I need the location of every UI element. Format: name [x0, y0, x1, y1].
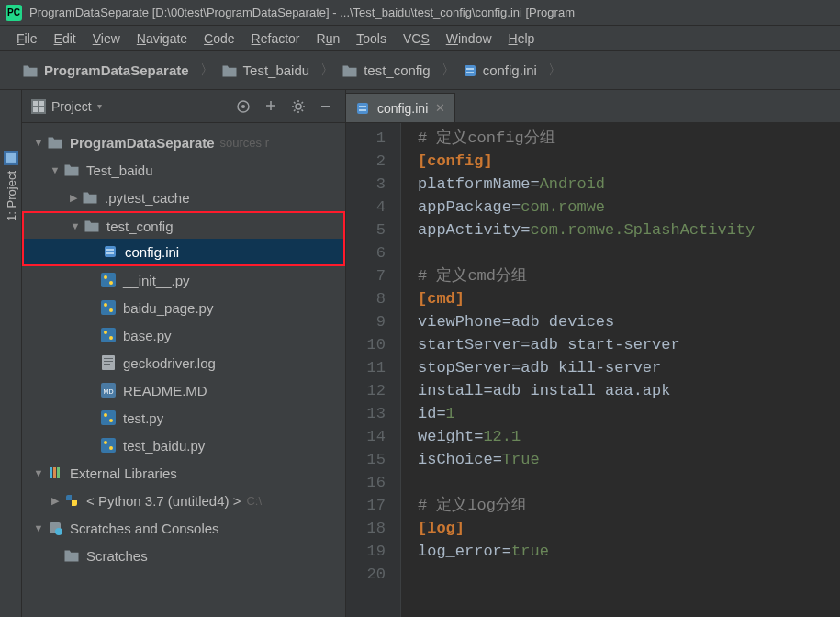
- code-text: [cmd]: [418, 290, 465, 308]
- tree-scratches-sub[interactable]: · Scratches: [22, 542, 345, 569]
- python-file-icon: [99, 272, 118, 288]
- line-num: 17: [346, 494, 386, 517]
- expand-arrow-icon[interactable]: ▼: [31, 522, 46, 533]
- text-file-icon: [99, 354, 118, 371]
- expand-arrow-icon[interactable]: ▼: [48, 164, 62, 175]
- code-text: com.romwe: [521, 198, 605, 216]
- menu-tools[interactable]: Tools: [349, 29, 394, 48]
- tree-external-libraries[interactable]: ▼ External Libraries: [22, 459, 345, 487]
- python-file-icon: [99, 327, 118, 343]
- tree-geckodriver[interactable]: · geckodriver.log: [22, 349, 345, 376]
- crumb-root[interactable]: ProgramDataSeparate 〉: [18, 62, 218, 79]
- svg-rect-20: [101, 300, 116, 315]
- python-file-icon: [99, 299, 118, 316]
- expand-arrow-icon[interactable]: ▼: [68, 220, 83, 231]
- svg-rect-16: [106, 252, 114, 254]
- code-text: True: [502, 451, 540, 468]
- menu-navigate[interactable]: Navigate: [129, 29, 195, 48]
- tree-python37[interactable]: ▶ < Python 3.7 (untitled4) > C:\: [22, 487, 345, 514]
- tab-label: config.ini: [377, 101, 428, 116]
- menu-run[interactable]: Run: [309, 29, 348, 48]
- tree-test-baidu[interactable]: ▼ Test_baidu: [22, 156, 345, 184]
- tree-init-py[interactable]: · __init__.py: [22, 266, 345, 294]
- svg-rect-44: [359, 106, 366, 107]
- tree-item-label: config.ini: [125, 244, 179, 260]
- tree-item-label: baidu_page.py: [123, 300, 213, 316]
- crumb-2[interactable]: test_config 〉: [338, 62, 459, 79]
- line-num: 5: [346, 219, 386, 241]
- tree-item-label: Scratches and Consoles: [70, 521, 219, 536]
- svg-point-11: [241, 105, 245, 108]
- code-text: appActivity: [418, 221, 521, 239]
- svg-rect-45: [359, 109, 366, 111]
- tree-config-ini[interactable]: · config.ini: [22, 239, 345, 266]
- tree-root[interactable]: ▼ ProgramDataSeparate sources r: [22, 129, 345, 156]
- svg-rect-7: [39, 101, 44, 106]
- line-num: 18: [346, 517, 386, 540]
- editor-tabs: config.ini ✕: [346, 90, 840, 123]
- svg-point-34: [109, 419, 113, 422]
- line-num: 7: [346, 264, 386, 287]
- tree-test-baidu-py[interactable]: · test_baidu.py: [22, 432, 345, 459]
- menu-file[interactable]: File: [9, 29, 45, 48]
- ini-file-icon: [101, 243, 119, 260]
- tree-baidu-page[interactable]: · baidu_page.py: [22, 294, 345, 321]
- menu-view[interactable]: View: [85, 29, 128, 48]
- expand-arrow-icon[interactable]: ▼: [31, 467, 46, 478]
- chevron-right-icon: 〉: [548, 62, 562, 79]
- menu-refactor[interactable]: Refactor: [244, 29, 308, 48]
- settings-button[interactable]: [288, 96, 308, 117]
- menu-window[interactable]: Window: [439, 29, 499, 48]
- crumb-3[interactable]: config.ini 〉: [459, 62, 566, 79]
- svg-rect-4: [6, 153, 16, 163]
- expand-arrow-icon[interactable]: ▶: [48, 495, 62, 507]
- tree-scratches[interactable]: ▼ Scratches and Consoles: [22, 514, 345, 542]
- svg-point-21: [104, 303, 107, 307]
- folder-icon: [83, 218, 101, 234]
- chevron-right-icon: 〉: [200, 62, 214, 79]
- menu-vcs[interactable]: VCS: [396, 29, 437, 48]
- collapse-all-button[interactable]: [261, 96, 281, 117]
- menu-code[interactable]: Code: [196, 29, 241, 48]
- code-text: adb devices: [511, 313, 614, 331]
- code-body[interactable]: # 定义config分组 [config] platformName=Andro…: [401, 123, 755, 617]
- close-tab-icon[interactable]: ✕: [435, 101, 445, 115]
- svg-text:MD: MD: [104, 388, 114, 395]
- project-view-selector[interactable]: Project ▾: [31, 99, 102, 114]
- tab-config-ini[interactable]: config.ini ✕: [346, 93, 455, 122]
- app-icon: PC: [6, 5, 22, 21]
- tree-test-py[interactable]: · test.py: [22, 404, 345, 432]
- gutter: 1 2 3 4 5 6 7 8 9 10 11 12 13 14 15 16 1…: [346, 123, 401, 617]
- tool-tab-project[interactable]: 1: Project: [4, 151, 18, 221]
- folder-icon: [221, 64, 238, 77]
- code-text: install: [418, 382, 483, 399]
- locate-button[interactable]: [233, 96, 253, 117]
- menu-edit[interactable]: Edit: [47, 29, 84, 48]
- svg-point-25: [109, 336, 113, 340]
- svg-rect-32: [101, 410, 116, 425]
- project-tree[interactable]: ▼ ProgramDataSeparate sources r ▼ Test_b…: [22, 123, 345, 617]
- crumb-1[interactable]: Test_baidu 〉: [218, 62, 339, 79]
- hide-button[interactable]: [316, 96, 336, 117]
- tree-pytest-cache[interactable]: ▶ .pytest_cache: [22, 184, 345, 211]
- svg-point-33: [104, 413, 107, 417]
- code-text: # 定义cmd分组: [418, 267, 527, 285]
- svg-point-12: [296, 104, 301, 109]
- expand-arrow-icon[interactable]: ▶: [66, 192, 81, 204]
- editor-content[interactable]: 1 2 3 4 5 6 7 8 9 10 11 12 13 14 15 16 1…: [346, 123, 840, 617]
- svg-rect-27: [104, 358, 113, 359]
- expand-arrow-icon[interactable]: ▼: [31, 137, 46, 148]
- tree-test-config[interactable]: ▼ test_config: [22, 211, 345, 239]
- tree-readme[interactable]: · MD README.MD: [22, 376, 345, 404]
- menu-help[interactable]: Help: [501, 29, 543, 48]
- tree-root-extra: sources r: [220, 136, 269, 150]
- line-num: 19: [346, 540, 386, 563]
- code-text: appPackage: [418, 198, 511, 216]
- project-tool-icon: [4, 151, 18, 165]
- svg-rect-38: [50, 467, 52, 478]
- project-panel: Project ▾ ▼ ProgramDataSeparate sources …: [22, 90, 346, 617]
- tree-base[interactable]: · base.py: [22, 321, 345, 349]
- code-text: 12.1: [483, 428, 521, 445]
- markdown-file-icon: MD: [99, 382, 118, 398]
- line-num: 3: [346, 173, 386, 196]
